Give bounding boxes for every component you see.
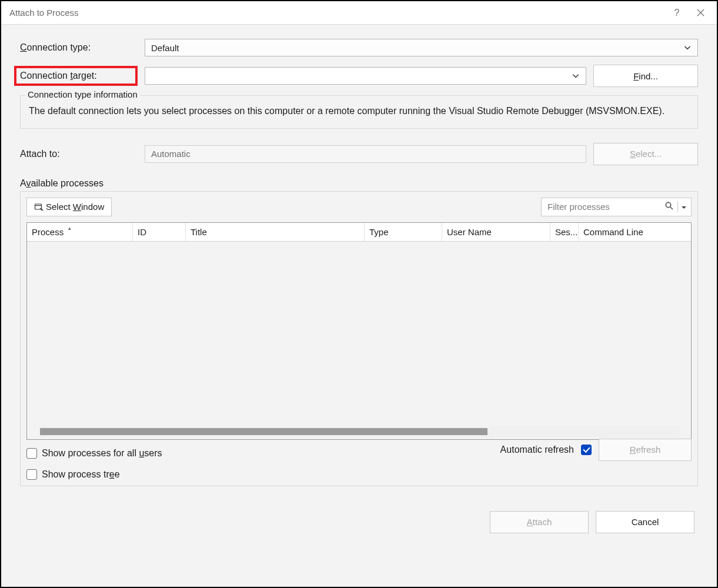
connection-target-combo[interactable] bbox=[145, 67, 586, 85]
available-processes-section: Available processes Select Window bbox=[20, 178, 698, 486]
process-table-body bbox=[27, 242, 691, 426]
select-window-icon bbox=[34, 202, 44, 212]
refresh-button[interactable]: Refresh bbox=[599, 439, 692, 461]
automatic-refresh-checkbox[interactable] bbox=[581, 445, 592, 455]
window-title: Attach to Process bbox=[9, 8, 665, 18]
svg-point-1 bbox=[666, 203, 670, 208]
titlebar: Attach to Process ? bbox=[1, 1, 717, 25]
col-command-line[interactable]: Command Line bbox=[579, 223, 691, 241]
show-process-tree-checkbox[interactable] bbox=[26, 469, 37, 480]
attach-to-label: Attach to: bbox=[20, 149, 138, 159]
close-button[interactable] bbox=[689, 1, 712, 25]
col-type[interactable]: Type bbox=[365, 223, 442, 241]
attach-to-row: Attach to: Automatic Select... bbox=[20, 143, 698, 165]
automatic-refresh-label: Automatic refresh bbox=[500, 445, 574, 455]
connection-type-info-group: Connection type information The default … bbox=[20, 95, 698, 129]
filter-dropdown-icon[interactable] bbox=[682, 202, 686, 212]
connection-type-row: Connection type: Default bbox=[20, 39, 698, 56]
chevron-down-icon bbox=[572, 72, 580, 80]
help-button[interactable]: ? bbox=[665, 1, 689, 25]
connection-type-value: Default bbox=[151, 43, 683, 53]
col-process[interactable]: Process ▲ bbox=[27, 223, 133, 241]
available-processes-box: Select Window Proc bbox=[20, 191, 698, 486]
connection-type-info-text: The default connection lets you select p… bbox=[29, 104, 689, 119]
col-user-name[interactable]: User Name bbox=[442, 223, 550, 241]
select-window-button[interactable]: Select Window bbox=[26, 198, 112, 216]
attach-button[interactable]: Attach bbox=[490, 511, 589, 533]
show-process-tree-label: Show process tree bbox=[42, 469, 120, 480]
connection-type-label: Connection type: bbox=[20, 42, 138, 53]
attach-to-value: Automatic bbox=[145, 145, 586, 163]
process-table-header: Process ▲ ID Title Type User Name Ses...… bbox=[27, 223, 691, 242]
scrollbar-thumb[interactable] bbox=[40, 428, 487, 435]
process-toolbar: Select Window bbox=[26, 198, 692, 216]
sort-asc-icon: ▲ bbox=[67, 226, 72, 231]
connection-target-row: Connection target: Find... bbox=[20, 65, 698, 87]
filter-input[interactable] bbox=[546, 201, 661, 212]
dialog-footer: Attach Cancel bbox=[20, 511, 698, 533]
connection-target-label: Connection target: bbox=[14, 66, 138, 86]
find-button[interactable]: Find... bbox=[593, 65, 698, 87]
show-process-tree-row: Show process tree bbox=[26, 469, 692, 480]
connection-type-info-legend: Connection type information bbox=[25, 89, 140, 99]
horizontal-scrollbar[interactable] bbox=[40, 426, 679, 437]
chevron-down-icon bbox=[683, 44, 692, 52]
cancel-button[interactable]: Cancel bbox=[596, 511, 694, 533]
col-title[interactable]: Title bbox=[186, 223, 365, 241]
process-table[interactable]: Process ▲ ID Title Type User Name Ses...… bbox=[26, 222, 692, 440]
available-processes-legend: Available processes bbox=[20, 178, 698, 189]
show-all-users-label: Show processes for all users bbox=[42, 448, 162, 459]
select-button[interactable]: Select... bbox=[593, 143, 698, 165]
col-session[interactable]: Ses... bbox=[550, 223, 579, 241]
col-id[interactable]: ID bbox=[133, 223, 186, 241]
close-icon bbox=[696, 8, 705, 17]
show-all-users-checkbox[interactable] bbox=[26, 448, 37, 459]
connection-type-combo[interactable]: Default bbox=[145, 39, 698, 56]
filter-processes[interactable] bbox=[541, 198, 692, 216]
search-icon[interactable] bbox=[664, 201, 674, 212]
